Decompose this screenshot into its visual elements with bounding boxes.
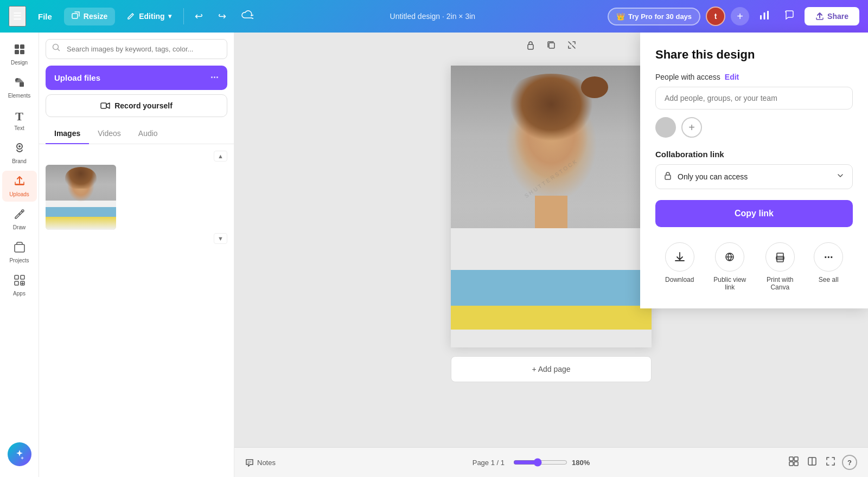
copy-link-button[interactable]: Copy link: [655, 200, 853, 227]
undo-button[interactable]: ↩: [190, 7, 207, 25]
zoom-percentage: 180%: [572, 459, 590, 467]
canvas-expand-button[interactable]: [564, 38, 580, 55]
grid-view-button[interactable]: [787, 454, 801, 470]
add-page-button[interactable]: + Add page: [451, 356, 652, 382]
pencil-icon: [127, 11, 136, 22]
brand-label: Brand: [12, 158, 27, 164]
editing-button[interactable]: Editing ▾: [122, 8, 176, 25]
tab-images[interactable]: Images: [46, 124, 89, 144]
edit-access-link[interactable]: Edit: [725, 73, 739, 81]
nav-divider: [183, 8, 184, 24]
zoom-slider[interactable]: [513, 458, 567, 467]
cloud-save-button[interactable]: [237, 7, 258, 26]
uploads-icon: [14, 175, 25, 190]
topnav: ☰ File Resize Editing ▾ ↩ ↪ Untitled des…: [0, 0, 868, 33]
comment-button[interactable]: [780, 7, 799, 27]
share-actions: Download Public viewlink: [655, 242, 853, 291]
sidebar-item-elements[interactable]: Elements: [2, 72, 37, 103]
download-action[interactable]: Download: [665, 242, 694, 291]
download-label: Download: [665, 276, 694, 283]
public-view-action[interactable]: Public viewlink: [713, 242, 746, 291]
lock-icon: [663, 171, 672, 182]
design-icon: [14, 43, 25, 58]
user-avatar[interactable]: t: [706, 7, 725, 26]
hamburger-button[interactable]: ☰: [9, 6, 26, 27]
magic-button[interactable]: [8, 442, 31, 466]
upload-label: Upload files: [54, 73, 100, 82]
svg-rect-29: [665, 175, 671, 179]
svg-point-12: [18, 145, 21, 147]
tab-videos[interactable]: Videos: [89, 124, 130, 144]
sidebar-item-text[interactable]: T Text: [2, 105, 37, 136]
upload-more-icon: ···: [210, 72, 219, 83]
sidebar-item-apps[interactable]: Apps: [2, 270, 37, 301]
people-input[interactable]: [655, 87, 853, 109]
notes-button[interactable]: Notes: [245, 458, 276, 467]
canvas-duplicate-button[interactable]: [543, 38, 559, 55]
canvas-lock-button[interactable]: [522, 38, 539, 55]
fullscreen-button[interactable]: [824, 454, 838, 470]
brand-icon: [14, 142, 25, 157]
svg-rect-0: [72, 14, 78, 18]
search-input[interactable]: [46, 39, 227, 59]
file-button[interactable]: File: [33, 9, 58, 24]
text-label: Text: [14, 125, 24, 131]
record-yourself-button[interactable]: Record yourself: [46, 94, 227, 117]
sidebar-item-projects[interactable]: Projects: [2, 237, 37, 268]
add-team-button[interactable]: +: [731, 7, 749, 25]
sidebar-item-uploads[interactable]: Uploads: [2, 171, 37, 202]
redo-button[interactable]: ↪: [214, 7, 231, 25]
thumbnail-image-1[interactable]: [46, 165, 116, 230]
svg-rect-4: [15, 44, 19, 49]
svg-rect-7: [20, 50, 24, 54]
svg-rect-24: [794, 457, 798, 461]
user-avatar-placeholder: [655, 117, 676, 138]
canvas-image: shutterstock: [451, 66, 652, 347]
print-action[interactable]: Print withCanva: [765, 242, 795, 291]
svg-rect-26: [794, 462, 798, 466]
stats-button[interactable]: [755, 7, 774, 27]
image-grid: [46, 165, 227, 230]
search-area: [39, 33, 234, 63]
add-person-button[interactable]: +: [681, 117, 702, 138]
media-content: ▲ ▼: [39, 144, 234, 477]
projects-label: Projects: [9, 257, 29, 263]
resize-label: Resize: [84, 12, 107, 21]
try-pro-button[interactable]: 👑 Try Pro for 30 days: [608, 8, 700, 25]
download-icon: [665, 242, 694, 272]
apps-icon: [14, 274, 25, 289]
scroll-up-button[interactable]: ▲: [214, 151, 227, 162]
svg-rect-1: [760, 15, 762, 20]
svg-rect-21: [528, 44, 533, 49]
sidebar-item-brand[interactable]: Brand: [2, 138, 37, 169]
print-icon: [765, 242, 795, 272]
elements-icon: [14, 76, 25, 91]
scroll-down-button[interactable]: ▼: [214, 233, 227, 244]
svg-rect-23: [789, 457, 793, 461]
see-all-icon: ···: [814, 242, 843, 272]
main-layout: Design Elements T Text: [0, 33, 868, 477]
see-all-action[interactable]: ··· See all: [814, 242, 843, 291]
tab-audio[interactable]: Audio: [130, 124, 167, 144]
pages-view-button[interactable]: [805, 454, 819, 470]
collab-access-text: Only you can access: [678, 172, 748, 181]
sidebar-item-design[interactable]: Design: [2, 39, 37, 70]
upload-files-button[interactable]: Upload files ···: [46, 66, 227, 90]
resize-button[interactable]: Resize: [64, 8, 115, 25]
svg-rect-9: [20, 82, 24, 87]
design-label: Design: [11, 60, 28, 66]
help-button[interactable]: ?: [842, 455, 857, 470]
svg-rect-25: [789, 462, 793, 466]
collab-access-dropdown[interactable]: Only you can access: [655, 164, 853, 189]
collab-link-section: Collaboration link Only you can access: [655, 150, 853, 189]
svg-point-32: [782, 257, 783, 259]
design-canvas[interactable]: shutterstock: [451, 66, 652, 347]
public-view-icon: [715, 242, 744, 272]
editing-label: Editing: [139, 12, 164, 21]
svg-rect-14: [15, 244, 24, 252]
projects-icon: [14, 241, 25, 256]
uploads-label: Uploads: [9, 191, 29, 197]
svg-rect-17: [15, 281, 18, 285]
share-button[interactable]: Share: [805, 7, 859, 25]
sidebar-item-draw[interactable]: Draw: [2, 204, 37, 235]
